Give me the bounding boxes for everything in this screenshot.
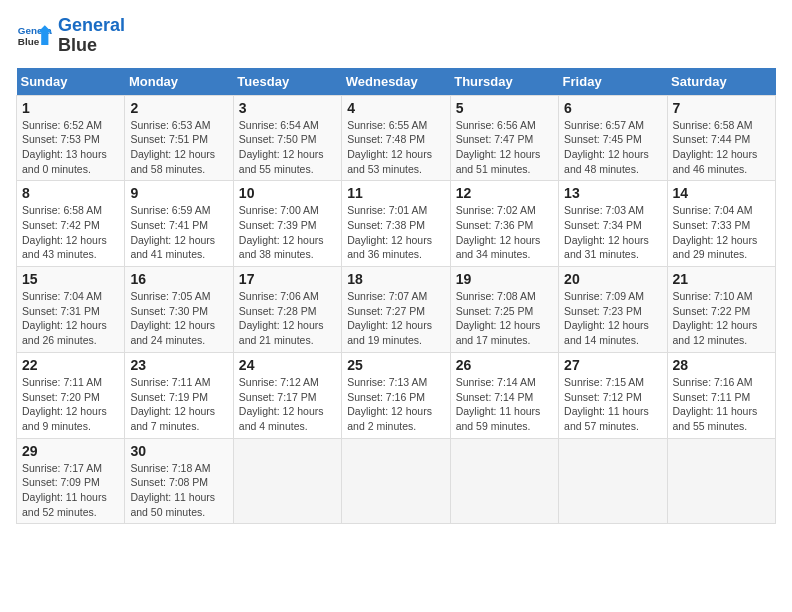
- day-cell-3: 3Sunrise: 6:54 AM Sunset: 7:50 PM Daylig…: [233, 95, 341, 181]
- day-number: 14: [673, 185, 770, 201]
- day-cell-13: 13Sunrise: 7:03 AM Sunset: 7:34 PM Dayli…: [559, 181, 667, 267]
- day-cell-21: 21Sunrise: 7:10 AM Sunset: 7:22 PM Dayli…: [667, 267, 775, 353]
- day-info: Sunrise: 7:10 AM Sunset: 7:22 PM Dayligh…: [673, 289, 770, 348]
- day-cell-8: 8Sunrise: 6:58 AM Sunset: 7:42 PM Daylig…: [17, 181, 125, 267]
- day-info: Sunrise: 6:56 AM Sunset: 7:47 PM Dayligh…: [456, 118, 553, 177]
- day-info: Sunrise: 7:00 AM Sunset: 7:39 PM Dayligh…: [239, 203, 336, 262]
- day-number: 30: [130, 443, 227, 459]
- day-number: 5: [456, 100, 553, 116]
- day-cell-29: 29Sunrise: 7:17 AM Sunset: 7:09 PM Dayli…: [17, 438, 125, 524]
- day-info: Sunrise: 7:04 AM Sunset: 7:31 PM Dayligh…: [22, 289, 119, 348]
- day-cell-18: 18Sunrise: 7:07 AM Sunset: 7:27 PM Dayli…: [342, 267, 450, 353]
- day-number: 21: [673, 271, 770, 287]
- day-cell-6: 6Sunrise: 6:57 AM Sunset: 7:45 PM Daylig…: [559, 95, 667, 181]
- day-cell-2: 2Sunrise: 6:53 AM Sunset: 7:51 PM Daylig…: [125, 95, 233, 181]
- day-number: 28: [673, 357, 770, 373]
- day-cell-9: 9Sunrise: 6:59 AM Sunset: 7:41 PM Daylig…: [125, 181, 233, 267]
- day-info: Sunrise: 6:53 AM Sunset: 7:51 PM Dayligh…: [130, 118, 227, 177]
- day-cell-25: 25Sunrise: 7:13 AM Sunset: 7:16 PM Dayli…: [342, 352, 450, 438]
- day-info: Sunrise: 7:03 AM Sunset: 7:34 PM Dayligh…: [564, 203, 661, 262]
- day-cell-15: 15Sunrise: 7:04 AM Sunset: 7:31 PM Dayli…: [17, 267, 125, 353]
- weekday-header-monday: Monday: [125, 68, 233, 96]
- empty-cell: [342, 438, 450, 524]
- weekday-header-sunday: Sunday: [17, 68, 125, 96]
- day-info: Sunrise: 7:07 AM Sunset: 7:27 PM Dayligh…: [347, 289, 444, 348]
- day-info: Sunrise: 6:57 AM Sunset: 7:45 PM Dayligh…: [564, 118, 661, 177]
- week-row-4: 22Sunrise: 7:11 AM Sunset: 7:20 PM Dayli…: [17, 352, 776, 438]
- logo-text: GeneralBlue: [58, 16, 125, 56]
- day-number: 25: [347, 357, 444, 373]
- day-cell-7: 7Sunrise: 6:58 AM Sunset: 7:44 PM Daylig…: [667, 95, 775, 181]
- day-cell-23: 23Sunrise: 7:11 AM Sunset: 7:19 PM Dayli…: [125, 352, 233, 438]
- day-number: 1: [22, 100, 119, 116]
- day-info: Sunrise: 6:54 AM Sunset: 7:50 PM Dayligh…: [239, 118, 336, 177]
- day-info: Sunrise: 7:14 AM Sunset: 7:14 PM Dayligh…: [456, 375, 553, 434]
- day-cell-12: 12Sunrise: 7:02 AM Sunset: 7:36 PM Dayli…: [450, 181, 558, 267]
- day-number: 2: [130, 100, 227, 116]
- day-cell-27: 27Sunrise: 7:15 AM Sunset: 7:12 PM Dayli…: [559, 352, 667, 438]
- day-info: Sunrise: 6:59 AM Sunset: 7:41 PM Dayligh…: [130, 203, 227, 262]
- weekday-header-friday: Friday: [559, 68, 667, 96]
- day-cell-30: 30Sunrise: 7:18 AM Sunset: 7:08 PM Dayli…: [125, 438, 233, 524]
- day-number: 12: [456, 185, 553, 201]
- day-info: Sunrise: 7:02 AM Sunset: 7:36 PM Dayligh…: [456, 203, 553, 262]
- day-info: Sunrise: 7:11 AM Sunset: 7:20 PM Dayligh…: [22, 375, 119, 434]
- empty-cell: [450, 438, 558, 524]
- day-cell-28: 28Sunrise: 7:16 AM Sunset: 7:11 PM Dayli…: [667, 352, 775, 438]
- page-header: General Blue GeneralBlue: [16, 16, 776, 56]
- day-number: 19: [456, 271, 553, 287]
- day-cell-22: 22Sunrise: 7:11 AM Sunset: 7:20 PM Dayli…: [17, 352, 125, 438]
- logo: General Blue GeneralBlue: [16, 16, 125, 56]
- day-info: Sunrise: 7:01 AM Sunset: 7:38 PM Dayligh…: [347, 203, 444, 262]
- empty-cell: [559, 438, 667, 524]
- day-info: Sunrise: 7:05 AM Sunset: 7:30 PM Dayligh…: [130, 289, 227, 348]
- day-number: 4: [347, 100, 444, 116]
- day-cell-17: 17Sunrise: 7:06 AM Sunset: 7:28 PM Dayli…: [233, 267, 341, 353]
- weekday-header-row: SundayMondayTuesdayWednesdayThursdayFrid…: [17, 68, 776, 96]
- week-row-2: 8Sunrise: 6:58 AM Sunset: 7:42 PM Daylig…: [17, 181, 776, 267]
- day-number: 11: [347, 185, 444, 201]
- day-cell-5: 5Sunrise: 6:56 AM Sunset: 7:47 PM Daylig…: [450, 95, 558, 181]
- day-info: Sunrise: 7:06 AM Sunset: 7:28 PM Dayligh…: [239, 289, 336, 348]
- day-cell-4: 4Sunrise: 6:55 AM Sunset: 7:48 PM Daylig…: [342, 95, 450, 181]
- day-number: 17: [239, 271, 336, 287]
- day-cell-24: 24Sunrise: 7:12 AM Sunset: 7:17 PM Dayli…: [233, 352, 341, 438]
- day-number: 13: [564, 185, 661, 201]
- day-number: 18: [347, 271, 444, 287]
- day-number: 16: [130, 271, 227, 287]
- empty-cell: [233, 438, 341, 524]
- day-info: Sunrise: 7:18 AM Sunset: 7:08 PM Dayligh…: [130, 461, 227, 520]
- day-info: Sunrise: 7:13 AM Sunset: 7:16 PM Dayligh…: [347, 375, 444, 434]
- day-number: 6: [564, 100, 661, 116]
- day-number: 8: [22, 185, 119, 201]
- weekday-header-saturday: Saturday: [667, 68, 775, 96]
- day-cell-14: 14Sunrise: 7:04 AM Sunset: 7:33 PM Dayli…: [667, 181, 775, 267]
- logo-icon: General Blue: [16, 18, 52, 54]
- day-cell-11: 11Sunrise: 7:01 AM Sunset: 7:38 PM Dayli…: [342, 181, 450, 267]
- day-number: 26: [456, 357, 553, 373]
- day-info: Sunrise: 7:09 AM Sunset: 7:23 PM Dayligh…: [564, 289, 661, 348]
- day-number: 3: [239, 100, 336, 116]
- day-number: 20: [564, 271, 661, 287]
- calendar-table: SundayMondayTuesdayWednesdayThursdayFrid…: [16, 68, 776, 525]
- day-number: 29: [22, 443, 119, 459]
- day-info: Sunrise: 7:12 AM Sunset: 7:17 PM Dayligh…: [239, 375, 336, 434]
- day-number: 22: [22, 357, 119, 373]
- day-info: Sunrise: 6:52 AM Sunset: 7:53 PM Dayligh…: [22, 118, 119, 177]
- day-info: Sunrise: 7:15 AM Sunset: 7:12 PM Dayligh…: [564, 375, 661, 434]
- day-info: Sunrise: 7:17 AM Sunset: 7:09 PM Dayligh…: [22, 461, 119, 520]
- day-cell-16: 16Sunrise: 7:05 AM Sunset: 7:30 PM Dayli…: [125, 267, 233, 353]
- week-row-5: 29Sunrise: 7:17 AM Sunset: 7:09 PM Dayli…: [17, 438, 776, 524]
- day-cell-20: 20Sunrise: 7:09 AM Sunset: 7:23 PM Dayli…: [559, 267, 667, 353]
- day-cell-1: 1Sunrise: 6:52 AM Sunset: 7:53 PM Daylig…: [17, 95, 125, 181]
- weekday-header-wednesday: Wednesday: [342, 68, 450, 96]
- day-number: 27: [564, 357, 661, 373]
- day-info: Sunrise: 7:04 AM Sunset: 7:33 PM Dayligh…: [673, 203, 770, 262]
- week-row-1: 1Sunrise: 6:52 AM Sunset: 7:53 PM Daylig…: [17, 95, 776, 181]
- empty-cell: [667, 438, 775, 524]
- day-info: Sunrise: 7:16 AM Sunset: 7:11 PM Dayligh…: [673, 375, 770, 434]
- day-info: Sunrise: 6:55 AM Sunset: 7:48 PM Dayligh…: [347, 118, 444, 177]
- weekday-header-tuesday: Tuesday: [233, 68, 341, 96]
- day-cell-26: 26Sunrise: 7:14 AM Sunset: 7:14 PM Dayli…: [450, 352, 558, 438]
- day-number: 15: [22, 271, 119, 287]
